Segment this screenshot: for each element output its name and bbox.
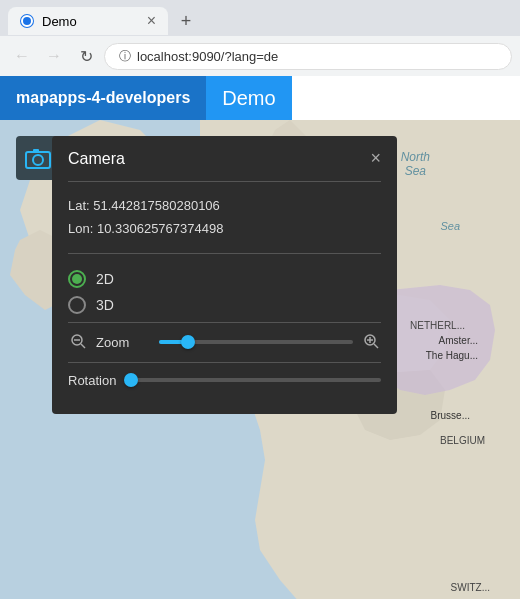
panel-header: Camera × [52,136,397,181]
mode-3d-label: 3D [96,297,114,313]
panel-title: Camera [68,150,125,168]
svg-rect-3 [33,149,39,153]
zoom-in-icon[interactable] [361,333,381,352]
tab-close-button[interactable]: × [147,13,156,29]
north-sea-label2: Sea [440,220,460,232]
switzerland-label: SWITZ... [451,582,490,593]
reload-button[interactable]: ↻ [72,42,100,70]
tab-title: Demo [42,14,77,29]
netherlands-label: NETHERL... [410,320,465,331]
belgium-label: BELGIUM [440,435,485,446]
browser-chrome: Demo × + ← → ↻ ⓘ localhost:9090/?lang=de [0,0,520,76]
zoom-slider-row: Zoom [52,323,397,362]
radio-2d[interactable] [68,270,86,288]
camera-icon [25,147,51,169]
app-header: mapapps-4-developers Demo [0,76,520,120]
brussels-label: Brusse... [431,410,470,421]
amsterdam-label: Amster... [439,335,478,346]
forward-button[interactable]: → [40,42,68,70]
back-button[interactable]: ← [8,42,36,70]
app-title: Demo [206,76,291,120]
rotation-slider-row: Rotation [52,363,397,398]
north-sea-label: North Sea [401,150,430,178]
map-container[interactable]: North Sea Sea NETHERL... Amster... The H… [0,120,520,599]
lock-icon: ⓘ [119,48,131,65]
favicon [20,14,34,28]
new-tab-button[interactable]: + [172,7,200,35]
active-tab[interactable]: Demo × [8,7,168,35]
zoom-out-icon[interactable] [68,333,88,352]
mode-section: 2D 3D [52,254,397,322]
zoom-thumb[interactable] [181,335,195,349]
address-bar: ← → ↻ ⓘ localhost:9090/?lang=de [0,36,520,76]
mode-2d-label: 2D [96,271,114,287]
lat-value: Lat: 51.4428175802801​06 [68,194,381,217]
camera-panel: Camera × Lat: 51.4428175802801​06 Lon: 1… [52,136,397,414]
panel-close-button[interactable]: × [370,148,381,169]
mode-3d-option[interactable]: 3D [68,292,381,318]
rotation-track[interactable] [131,378,381,382]
url-bar[interactable]: ⓘ localhost:9090/?lang=de [104,43,512,70]
tab-bar: Demo × + [0,0,520,36]
zoom-track[interactable] [159,340,353,344]
svg-line-5 [81,344,85,348]
panel-coordinates: Lat: 51.4428175802801​06 Lon: 10.3306257… [52,182,397,253]
radio-3d[interactable] [68,296,86,314]
hague-label: The Hagu... [426,350,478,361]
lon-value: Lon: 10.3306257673744​98 [68,217,381,240]
mode-2d-option[interactable]: 2D [68,266,381,292]
rotation-label: Rotation [68,373,123,388]
svg-point-2 [33,155,43,165]
url-text: localhost:9090/?lang=de [137,49,278,64]
zoom-label: Zoom [96,335,151,350]
svg-line-8 [374,344,378,348]
rotation-thumb[interactable] [124,373,138,387]
app-brand: mapapps-4-developers [0,76,206,120]
